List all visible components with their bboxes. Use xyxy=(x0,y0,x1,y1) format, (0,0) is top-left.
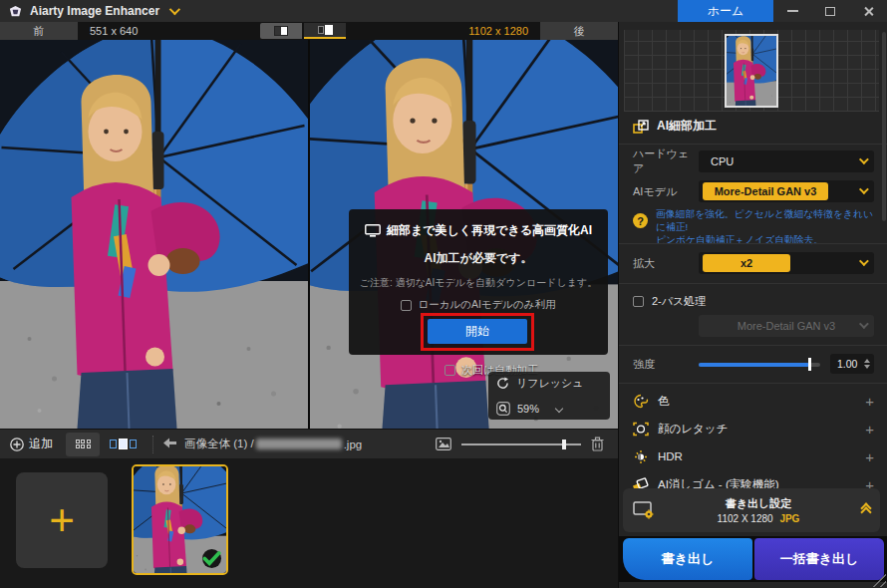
check-icon xyxy=(202,549,221,568)
section-hdr[interactable]: HDR + xyxy=(619,442,887,470)
dialog-title: 細部まで美しく再現できる高画質化AI xyxy=(387,222,592,239)
zoom-level-control[interactable]: 59% xyxy=(496,402,602,416)
section-face-retouch[interactable]: 顔のレタッチ + xyxy=(619,415,887,442)
export-button[interactable]: 書き出し xyxy=(623,538,752,580)
split-view-button[interactable] xyxy=(304,23,346,39)
chevron-down-icon xyxy=(859,256,869,266)
close-icon xyxy=(863,6,874,17)
add-image-button[interactable]: 追加 xyxy=(0,436,63,452)
plus-icon[interactable]: + xyxy=(865,421,874,438)
export-settings-panel[interactable]: 書き出し設定 1102 X 1280 JPG xyxy=(623,488,880,532)
strength-slider-handle[interactable] xyxy=(808,358,811,371)
hardware-label: ハードウェア xyxy=(633,147,699,176)
collapse-up-icon[interactable] xyxy=(862,504,870,516)
image-thumbnail[interactable] xyxy=(132,464,228,575)
breadcrumb: 画像全体 (1) / xyxy=(184,437,254,451)
face-retouch-icon xyxy=(633,422,649,437)
before-image[interactable] xyxy=(0,40,308,429)
grid-view-button[interactable] xyxy=(66,433,100,456)
back-arrow-button[interactable] xyxy=(163,438,176,451)
strength-slider[interactable] xyxy=(699,357,820,371)
two-pass-checkbox[interactable] xyxy=(633,296,644,307)
home-button[interactable]: ホーム xyxy=(678,0,773,22)
plus-icon[interactable]: + xyxy=(865,393,874,410)
auto-process-checkbox[interactable] xyxy=(444,365,455,376)
two-pass-model-dropdown: More-Detail GAN v3 xyxy=(699,315,874,337)
refresh-icon xyxy=(496,377,509,390)
divider xyxy=(619,283,887,284)
scale-dropdown[interactable]: x2 xyxy=(699,252,874,274)
minimize-button[interactable] xyxy=(773,0,811,22)
view-mode-toggles xyxy=(260,23,346,39)
ai-model-row: AIモデル More-Detail GAN v3 xyxy=(633,179,874,203)
hint-line1: 画像細部を強化。ピクセルと微細な特徴をきれいに補正! xyxy=(656,208,873,232)
batch-export-button[interactable]: 一括書き出し xyxy=(754,538,884,580)
export-dimensions: 1102 X 1280 xyxy=(718,513,773,524)
section-hdr-label: HDR xyxy=(658,450,856,462)
settings-sidebar: AI細部加工 ハードウェア CPU AIモデル More-Detail GAN … xyxy=(618,22,887,588)
help-icon[interactable]: ? xyxy=(633,213,648,228)
sidebar-scrollbar[interactable] xyxy=(882,32,886,221)
navigator-panel[interactable] xyxy=(624,30,879,112)
dialog-subtitle: AI加工が必要です。 xyxy=(349,250,608,267)
trash-icon[interactable] xyxy=(591,437,604,451)
local-model-checkbox-label: ローカルのAIモデルのみ利用 xyxy=(418,298,555,312)
chevron-down-icon xyxy=(859,319,869,329)
export-settings-title: 書き出し設定 xyxy=(655,496,862,511)
hardware-dropdown[interactable]: CPU xyxy=(699,150,874,172)
palette-icon xyxy=(633,394,649,409)
ai-required-dialog: 細部まで美しく再現できる高画質化AI AI加工が必要です。 ご注意: 適切なAI… xyxy=(349,209,608,355)
monitor-icon xyxy=(365,224,381,237)
divider xyxy=(619,383,887,384)
filmstrip-view-icon xyxy=(110,439,137,449)
two-pass-label: 2-パス処理 xyxy=(652,294,706,309)
strength-value-box[interactable]: 1.00 xyxy=(830,354,874,374)
hardware-row: ハードウェア CPU xyxy=(633,149,874,173)
ai-model-dropdown[interactable]: More-Detail GAN v3 xyxy=(699,180,874,202)
app-logo-icon xyxy=(8,4,23,19)
divider xyxy=(619,144,887,145)
chevron-down-icon[interactable] xyxy=(169,4,180,15)
scale-label: 拡大 xyxy=(633,256,699,271)
toolbar-separator xyxy=(152,436,153,453)
plus-icon: + xyxy=(49,498,75,542)
bottom-toolbar: 追加 画像全体 (1) / .jpg xyxy=(0,429,618,458)
refresh-button[interactable]: リフレッシュ xyxy=(496,376,602,391)
section-title: AI細部加工 xyxy=(657,118,717,135)
close-button[interactable] xyxy=(849,0,887,22)
divider xyxy=(619,243,887,244)
maximize-button[interactable] xyxy=(811,0,849,22)
plus-icon[interactable]: + xyxy=(865,448,874,465)
ai-model-value: More-Detail GAN v3 xyxy=(703,182,828,200)
section-header: AI細部加工 xyxy=(633,118,717,135)
after-tab[interactable]: 後 xyxy=(540,22,618,40)
chevron-down-icon xyxy=(555,405,563,413)
local-model-checkbox-row[interactable]: ローカルのAIモデルのみ利用 xyxy=(349,298,608,312)
single-view-icon xyxy=(274,26,288,36)
dialog-note: ご注意: 適切なAIモデルを自動ダウンロードします。 xyxy=(349,276,608,290)
split-view-icon xyxy=(318,25,333,35)
two-pass-row[interactable]: 2-パス処理 xyxy=(633,291,874,311)
before-size: 551 x 640 xyxy=(78,25,149,37)
thumbnail-size-slider[interactable] xyxy=(461,439,581,450)
maximize-icon xyxy=(825,7,835,16)
preview-infobar: 前 551 x 640 1102 x 1280 後 xyxy=(0,22,618,40)
start-button[interactable]: 開始 xyxy=(428,319,527,344)
image-compare-stage: 細部まで美しく再現できる高画質化AI AI加工が必要です。 ご注意: 適切なAI… xyxy=(0,40,618,429)
model-hint: ? 画像細部を強化。ピクセルと微細な特徴をきれいに補正! ピンボケ自動補正＋ノイ… xyxy=(633,207,876,246)
filmstrip-view-button[interactable] xyxy=(106,433,140,456)
after-size: 1102 x 1280 xyxy=(456,25,540,37)
slider-handle[interactable] xyxy=(562,440,566,449)
minimize-icon xyxy=(787,10,798,12)
section-color[interactable]: 色 + xyxy=(619,387,887,415)
plus-circle-icon xyxy=(10,438,24,451)
app-title: Aiarty Image Enhancer xyxy=(30,4,159,18)
add-tile-button[interactable]: + xyxy=(16,472,108,568)
before-tab[interactable]: 前 xyxy=(0,22,78,40)
stepper-icons[interactable] xyxy=(864,359,870,369)
local-model-checkbox[interactable] xyxy=(401,300,412,311)
single-view-button[interactable] xyxy=(260,23,302,39)
thumbnail-strip: + xyxy=(0,458,618,588)
ai-model-label: AIモデル xyxy=(633,184,699,199)
refresh-label: リフレッシュ xyxy=(516,376,584,391)
